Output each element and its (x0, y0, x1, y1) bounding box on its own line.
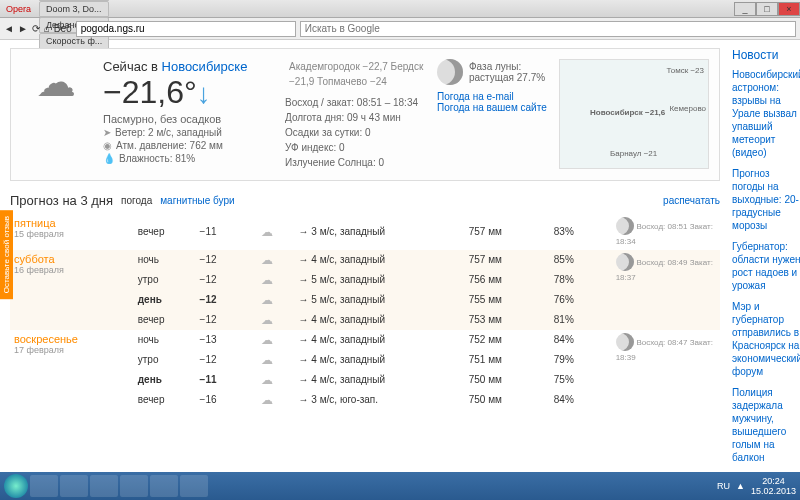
reload-icon[interactable]: ⟳ (32, 23, 40, 34)
pressure-icon: ◉ (103, 140, 112, 151)
moon-phase-icon (437, 59, 463, 85)
feedback-tab[interactable]: Оставьте свой отзыв (0, 210, 13, 299)
nav-back-icon[interactable]: ◄ (4, 23, 14, 34)
taskbar-item[interactable] (30, 475, 58, 497)
taskbar-item[interactable] (60, 475, 88, 497)
minimize-button[interactable]: _ (734, 2, 756, 16)
url-input[interactable] (76, 21, 296, 37)
taskbar-item[interactable] (180, 475, 208, 497)
wind-icon: ➤ (103, 127, 111, 138)
cloud-icon: ☁ (261, 293, 273, 307)
browser-tab[interactable]: Doom 3, Do... (39, 1, 109, 17)
search-input[interactable] (300, 21, 796, 37)
cloud-icon: ☁ (21, 59, 91, 105)
forecast-header: Прогноз на 3 дня погода магнитные бури р… (10, 193, 720, 208)
news-link[interactable]: Прогноз погоды на выходные: 20-градусные… (732, 167, 800, 232)
close-button[interactable]: × (778, 2, 800, 16)
link-email[interactable]: Погода на e-mail (437, 91, 547, 102)
forecast-row: пятница15 февралявечер−11☁→ 3 м/с, запад… (10, 214, 720, 250)
print-link[interactable]: распечатать (663, 195, 720, 206)
moon-icon (616, 253, 634, 271)
forecast-row: суббота16 февраляночь−12☁→ 4 м/с, западн… (10, 250, 720, 270)
addr-label: Веб (54, 23, 72, 34)
current-weather-card: ☁ Сейчас в Новосибирске −21,6°↓ Пасмурно… (10, 48, 720, 181)
news-sidebar: Новости Новосибирский астроном: взрывы н… (732, 48, 800, 500)
tab-weather[interactable]: погода (121, 195, 152, 206)
moon-icon (616, 217, 634, 235)
taskbar: RU ▲ 20:2415.02.2013 (0, 472, 800, 500)
taskbar-item[interactable] (150, 475, 178, 497)
start-button[interactable] (4, 474, 28, 498)
home-icon[interactable]: ⌂ (44, 23, 50, 34)
moon-icon (616, 333, 634, 351)
nav-fwd-icon[interactable]: ► (18, 23, 28, 34)
cloud-icon: ☁ (261, 373, 273, 387)
taskbar-item[interactable] (90, 475, 118, 497)
news-link[interactable]: Губернатор: области нужен рост надоев и … (732, 240, 800, 292)
forecast-table: пятница15 февралявечер−11☁→ 3 м/с, запад… (10, 214, 720, 410)
cloud-icon: ☁ (261, 253, 273, 267)
city-link[interactable]: Новосибирске (162, 59, 248, 74)
tab-magnetic[interactable]: магнитные бури (160, 195, 234, 206)
cloud-icon: ☁ (261, 225, 273, 239)
neighbor-temps: Академгородок −22,7 Бердск −21,9 Топмаче… (289, 59, 425, 89)
news-link[interactable]: Полиция задержала мужчину, вышедшего гол… (732, 386, 800, 464)
trend-down-icon: ↓ (197, 78, 211, 109)
cloud-icon: ☁ (261, 393, 273, 407)
cloud-icon: ☁ (261, 333, 273, 347)
weather-desc: Пасмурно, без осадков (103, 113, 273, 125)
cloud-icon: ☁ (261, 353, 273, 367)
address-bar: ◄ ► ⟳ ⌂ Веб (0, 18, 800, 40)
news-link[interactable]: Новосибирский астроном: взрывы на Урале … (732, 68, 800, 159)
maximize-button[interactable]: □ (756, 2, 778, 16)
forecast-row: воскресенье17 февраляночь−13☁→ 4 м/с, за… (10, 330, 720, 350)
cloud-icon: ☁ (261, 273, 273, 287)
mini-map[interactable]: Томск −23 Новосибирск −21,6 Кемерово Бар… (559, 59, 709, 169)
tray-lang[interactable]: RU (717, 481, 730, 491)
taskbar-item[interactable] (120, 475, 148, 497)
news-link[interactable]: Мэр и губернатор отправились в Красноярс… (732, 300, 800, 378)
link-site[interactable]: Погода на вашем сайте (437, 102, 547, 113)
news-title: Новости (732, 48, 800, 62)
current-temp: −21,6° (103, 74, 197, 110)
browser-tabbar: Opera Температур...Температур...Горец (1… (0, 0, 800, 18)
location-title: Сейчас в Новосибирске (103, 59, 273, 74)
humidity-icon: 💧 (103, 153, 115, 164)
cloud-icon: ☁ (261, 313, 273, 327)
